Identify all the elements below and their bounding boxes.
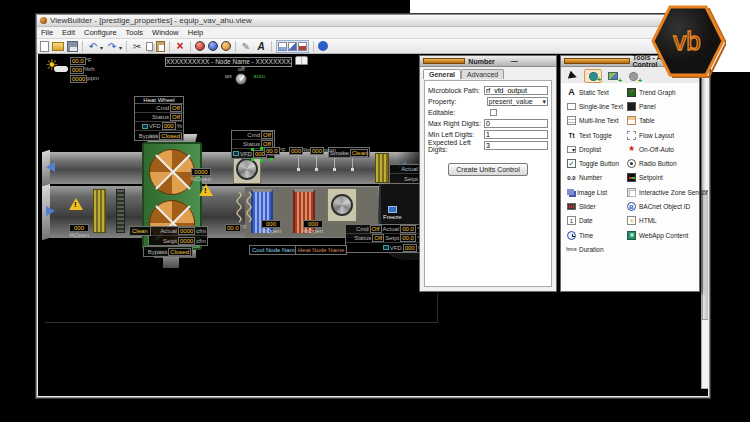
open-icon[interactable] [52,42,64,51]
add-component-category-button[interactable]: + [624,69,642,83]
palette-item-table[interactable]: Table [627,114,699,128]
temp-readout[interactable]: 00.0°F [225,224,247,232]
paste-icon[interactable] [156,41,165,52]
weather-readout[interactable]: 0000ppm [70,75,99,83]
heat-wheel-status-block[interactable]: Heat WheelCmdOffStatusOffVFD000%BypassCl… [134,96,184,141]
create-units-control-button[interactable]: Create Units Control [448,163,528,176]
menu-window[interactable]: Window [152,28,179,37]
menu-file[interactable]: File [41,28,53,37]
palette-item-setpoint[interactable]: Setpoint [627,171,699,185]
tab-advanced[interactable]: Advanced [461,69,504,79]
value-box[interactable]: 00.0 [264,147,280,155]
palette-item-toggle[interactable]: Toggle Button [567,156,625,170]
palette-item-duration[interactable]: Duration [567,242,625,256]
stat-value[interactable]: 0000 [178,237,195,245]
value-box[interactable]: 0000 [191,168,211,176]
tab-general[interactable]: General [423,69,461,79]
palette-item-html[interactable]: HTML [627,214,699,228]
value-box[interactable]: 000 [261,220,281,228]
font-icon[interactable] [255,41,267,52]
outdoor-conditions[interactable]: 00.0°F000%rh0000ppm [70,57,99,84]
menu-tools[interactable]: Tools [126,28,144,37]
palette-item-number[interactable]: Number [567,171,625,185]
valve-position-readout[interactable]: 000%Open [303,220,323,234]
title-bar[interactable]: ViewBuilder - [prestige_properties] - eq… [37,15,709,27]
hand-off-auto-switch[interactable]: on off auto [225,66,259,90]
value-box[interactable]: 0000 [70,75,87,83]
palette-item-flow[interactable]: Flow Layout [627,128,699,142]
palette-item-trend[interactable]: Trend Graph [627,85,699,99]
minimize-button[interactable]: — [509,58,553,64]
stat-value[interactable]: Clean [350,149,368,157]
stat-value[interactable]: Off [372,234,384,242]
redo-icon[interactable] [106,41,118,52]
new-icon[interactable] [40,41,49,52]
palette-item-bacnet[interactable]: BACnet Object ID [627,199,699,213]
ball-blue-icon[interactable] [208,41,218,51]
select-tool-button[interactable] [564,69,582,83]
palette-item-droplist[interactable]: Droplist [567,142,625,156]
weather-readout[interactable]: 00.0°F [70,57,99,65]
value-box[interactable]: 000 [310,147,324,155]
co2-readout[interactable]: 000ppm [310,147,336,155]
editable-checkbox[interactable] [490,109,497,116]
palette-item-date[interactable]: Date [567,214,625,228]
value-box[interactable]: 000 [70,66,84,74]
palette-item-statictext[interactable]: Static Text [567,85,625,99]
supply-fan-status-block[interactable]: CmdOffActual00.0°FStatusOffSetpt00.0°FVF… [345,224,425,253]
min-left-digits-input[interactable] [484,130,548,139]
bypass-damper-block[interactable]: BypassClosed [143,246,193,257]
stat-value[interactable]: 0000 [178,227,195,235]
cool-node-label[interactable]: Cool Node Name [249,245,301,255]
help-icon[interactable] [318,41,328,51]
property-dropdown[interactable]: present_value [487,97,548,106]
filter-status[interactable]: Clean [129,226,151,236]
stat-value[interactable]: Closed [159,132,182,140]
stat-value[interactable]: 000 [162,122,176,130]
value-box[interactable]: 00.0 [225,224,241,232]
stat-value[interactable]: 00.0 [400,234,416,242]
palette-item-texttoggle[interactable]: Text Toggle [567,128,625,142]
palette-item-multi[interactable]: Multi-line Text [567,114,625,128]
palette-item-time[interactable]: Time [567,228,625,242]
palette-item-webapp[interactable]: WebApp Content [627,228,699,242]
thumb-2-icon[interactable] [288,42,297,51]
stat-value[interactable]: 000 [403,244,417,252]
stat-value[interactable]: 00.0 [400,225,416,233]
delete-icon[interactable] [174,41,186,52]
save-icon[interactable] [67,41,78,52]
add-control-category-button[interactable]: + [584,69,602,83]
palette-item-imagelist[interactable]: Image List [567,185,625,199]
freeze-stat[interactable]: Freeze [383,206,402,220]
ball-orange-icon[interactable] [221,41,231,51]
damper-position-readout[interactable]: 000%Open [69,224,89,238]
scrollbar-thumb[interactable] [702,190,708,320]
thumb-1-icon[interactable] [278,42,287,51]
palette-item-radio[interactable]: Radio Button [627,156,699,170]
dialog-title-bar[interactable]: Number — [420,56,556,67]
palette-item-izs[interactable]: Interactive Zone Sensor [627,185,699,199]
thumb-3-icon[interactable] [298,42,307,51]
palette-item-ooa[interactable]: On-Off-Auto [627,142,699,156]
stat-value[interactable]: Off [170,104,182,112]
temp-readout[interactable]: 00.0°F [264,147,286,155]
damper-position-readout[interactable]: 0000%Open [191,168,211,182]
value-box[interactable]: 000 [289,147,303,155]
menu-configure[interactable]: Configure [84,28,117,37]
value-box[interactable]: 000 [69,224,89,232]
expected-left-digits-input[interactable] [484,141,548,150]
airflow-block[interactable]: Actual0000cfmSetpt0000cfm [148,226,208,246]
stat-value[interactable]: Closed [168,248,191,256]
weather-readout[interactable]: 000%rh [70,66,99,74]
undo-icon[interactable] [87,41,99,52]
menu-help[interactable]: Help [188,28,203,37]
stat-value[interactable]: Off [170,113,182,121]
valve-position-readout[interactable]: 000%Open [261,220,281,234]
stat-value[interactable]: Off [261,131,273,139]
palette-item-panel[interactable]: Panel [627,99,699,113]
max-right-digits-input[interactable] [484,119,548,128]
copy-icon[interactable] [146,42,153,51]
vertical-scrollbar[interactable] [701,56,708,389]
ball-red-icon[interactable] [195,41,205,51]
microblock-path-input[interactable] [484,86,548,95]
